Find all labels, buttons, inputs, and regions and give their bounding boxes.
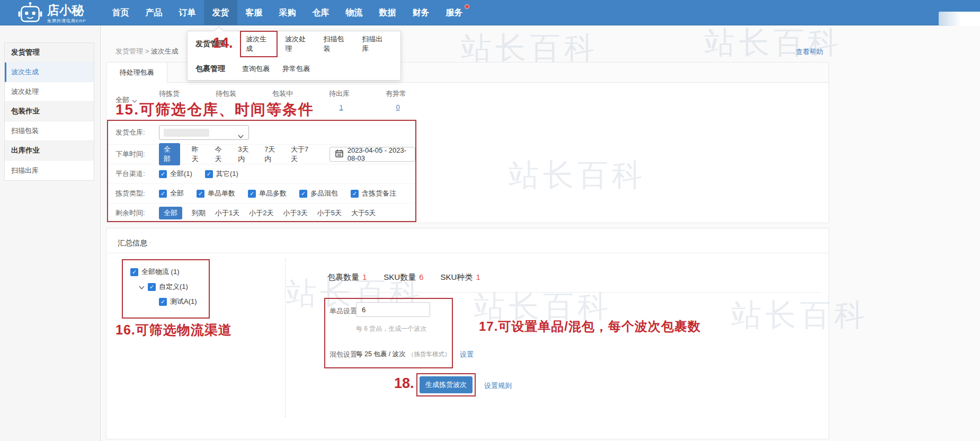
platform-all-checkbox[interactable]: ✓ 全部(1) (159, 169, 192, 179)
pick-type-single-multi-checkbox[interactable]: ✓ 单品多数 (248, 189, 287, 198)
brand-logo[interactable]: 店小秘 免费跨境电商ERP (18, 2, 86, 26)
warehouse-select[interactable] (159, 125, 249, 140)
tree-node-label[interactable]: 测试A(1) (170, 297, 197, 306)
filter-row-remaining-time: 剩余时间: 全部 到期 小于1天 小于2天 小于3天 小于5天 大于5天 (108, 203, 415, 223)
mega-item-wave-generation[interactable]: 波次生成 (240, 31, 278, 57)
tree-node-all-logistics[interactable]: ✓ 全部物流 (1) (130, 267, 180, 277)
order-time-today[interactable]: 今天 (215, 145, 227, 164)
filter-row-warehouse: 发货仓库: (108, 121, 415, 144)
checkbox-checked-icon[interactable]: ✓ (197, 190, 204, 198)
brand-name: 店小秘 (47, 4, 86, 17)
nav-item-products[interactable]: 产品 (137, 0, 171, 25)
date-range-picker[interactable]: 2023-04-05 - 2023-08-03 (329, 147, 415, 162)
nav-item-shipping[interactable]: 发货 (204, 0, 237, 25)
pick-type-all-checkbox[interactable]: ✓ 全部 (159, 189, 184, 198)
stat-label: SKU数量 (384, 272, 416, 283)
remaining-gt5d[interactable]: 大于5天 (351, 208, 376, 218)
breadcrumb-parent[interactable]: 发货管理 (115, 47, 143, 55)
nav-item-service[interactable]: 客服 (237, 0, 271, 25)
tree-node-label[interactable]: 全部物流 (1) (141, 267, 180, 277)
status-abnormal: 有异常 0 (386, 89, 442, 111)
stat-label: SKU种类 (441, 272, 473, 283)
stat-sku-count: SKU数量 6 (384, 272, 423, 283)
tree-node-label[interactable]: 自定义(1) (159, 282, 188, 292)
nav-item-warehouse[interactable]: 仓库 (304, 0, 337, 25)
tab-pending-packages[interactable]: 待处理包裹 (106, 62, 167, 83)
annotation-step-15: 15.可筛选仓库、时间等条件 (115, 100, 314, 120)
pick-type-label-text: 单品单数 (208, 189, 235, 198)
vertical-divider (285, 258, 286, 417)
watermark: 站长百科 (705, 22, 842, 64)
stat-value: 1 (476, 272, 480, 281)
nav-item-logistics[interactable]: 物流 (337, 0, 371, 25)
checkbox-checked-icon[interactable]: ✓ (159, 190, 167, 198)
remaining-lt3d[interactable]: 小于3天 (283, 208, 307, 218)
remaining-time-label: 剩余时间: (115, 208, 159, 218)
nav-item-home[interactable]: 首页 (104, 0, 137, 25)
mega-menu-row-packages: 包裹管理 查询包裹 异常包裹 (188, 56, 400, 81)
remaining-due[interactable]: 到期 (192, 208, 206, 218)
checkbox-checked-icon[interactable]: ✓ (159, 298, 167, 306)
pick-type-multi-mix-checkbox[interactable]: ✓ 多品混包 (299, 189, 338, 198)
mega-item-abnormal-packages[interactable]: 异常包裹 (282, 64, 310, 74)
checkbox-checked-icon[interactable]: ✓ (248, 190, 256, 198)
breadcrumb-separator: > (145, 47, 149, 55)
nav-item-services[interactable]: 服务 (438, 0, 471, 25)
mix-setting-value: 每 25 包裹 / 波次 (356, 350, 406, 359)
redacted-warehouse-value (164, 129, 209, 137)
status-count-link[interactable]: 0 (390, 103, 406, 111)
checkbox-checked-icon[interactable]: ✓ (130, 268, 138, 276)
user-area-redacted[interactable] (939, 12, 980, 26)
sidebar-header-outbound-work: 出库作业 (5, 141, 94, 161)
generate-picking-wave-button[interactable]: 生成拣货波次 (420, 376, 473, 393)
platform-other-checkbox[interactable]: ✓ 其它(1) (205, 169, 238, 179)
sidebar-item-scan-packing[interactable]: 扫描包装 (5, 121, 94, 141)
filter-row-order-time: 下单时间: 全部 昨天 今天 3天内 7天内 大于7天 (108, 144, 415, 164)
order-time-label: 下单时间: (115, 149, 159, 159)
nav-item-orders[interactable]: 订单 (171, 0, 204, 25)
remaining-lt5d[interactable]: 小于5天 (317, 208, 342, 218)
pick-type-label-text: 多品混包 (310, 189, 338, 198)
nav-item-finance[interactable]: 财务 (404, 0, 438, 25)
order-time-yesterday[interactable]: 昨天 (192, 145, 203, 164)
order-time-all-chip[interactable]: 全部 (159, 143, 180, 165)
tree-node-test-a[interactable]: ✓ 测试A(1) (159, 297, 197, 306)
filter-row-platform: 平台渠道: ✓ 全部(1) ✓ 其它(1) (108, 164, 415, 183)
checkbox-checked-icon[interactable]: ✓ (159, 170, 167, 178)
sidebar-item-wave-generation[interactable]: 波次生成 (5, 63, 94, 82)
mega-item-query-packages[interactable]: 查询包裹 (242, 64, 270, 74)
main-nav: 首页 产品 订单 发货 客服 采购 仓库 物流 数据 财务 服务 (104, 0, 471, 25)
remaining-lt1d[interactable]: 小于1天 (215, 208, 239, 218)
nav-item-purchase[interactable]: 采购 (271, 0, 304, 25)
checkbox-checked-icon[interactable]: ✓ (299, 190, 307, 198)
pick-type-single-single-checkbox[interactable]: ✓ 单品单数 (197, 189, 235, 198)
mega-item-scan-outbound[interactable]: 扫描出库 (362, 34, 388, 54)
tree-node-custom[interactable]: ✓ 自定义(1) (139, 282, 188, 292)
set-rules-link[interactable]: 设置规则 (484, 381, 512, 391)
remaining-all-chip[interactable]: 全部 (159, 207, 182, 219)
mix-setting-link[interactable]: 设置 (460, 350, 474, 359)
order-time-7days[interactable]: 7天内 (264, 145, 279, 164)
mega-item-wave-processing[interactable]: 波次处理 (285, 34, 311, 54)
remaining-lt2d[interactable]: 小于2天 (249, 208, 273, 218)
filter-conditions-box: 发货仓库: 下单时间: 全部 昨天 今天 3天内 7天内 大于7天 (107, 120, 416, 222)
checkbox-checked-icon[interactable]: ✓ (351, 190, 359, 198)
order-time-over7days[interactable]: 大于7天 (291, 145, 311, 164)
mega-group-package-mgmt: 包裹管理 (195, 64, 227, 74)
chevron-down-icon[interactable] (139, 283, 145, 291)
pick-type-with-note-checkbox[interactable]: ✓ 含拣货备注 (351, 189, 396, 198)
status-to-outbound: 待出库 1 (329, 89, 386, 111)
checkbox-checked-icon[interactable]: ✓ (205, 170, 213, 178)
calendar-icon (335, 149, 343, 159)
status-count-link[interactable]: 1 (333, 103, 349, 111)
sidebar-item-scan-outbound[interactable]: 扫描出库 (5, 161, 94, 180)
brand-tagline: 免费跨境电商ERP (47, 18, 86, 24)
nav-item-data[interactable]: 数据 (371, 0, 404, 25)
sidebar-item-wave-processing[interactable]: 波次处理 (5, 82, 94, 102)
single-batch-quantity-input[interactable] (356, 302, 430, 317)
order-time-3days[interactable]: 3天内 (238, 145, 253, 164)
pick-type-label: 拣货类型: (115, 189, 159, 198)
checkbox-checked-icon[interactable]: ✓ (148, 283, 156, 291)
view-help-link[interactable]: 查看帮助 (796, 47, 823, 57)
mega-item-scan-packing[interactable]: 扫描包装 (324, 34, 350, 54)
